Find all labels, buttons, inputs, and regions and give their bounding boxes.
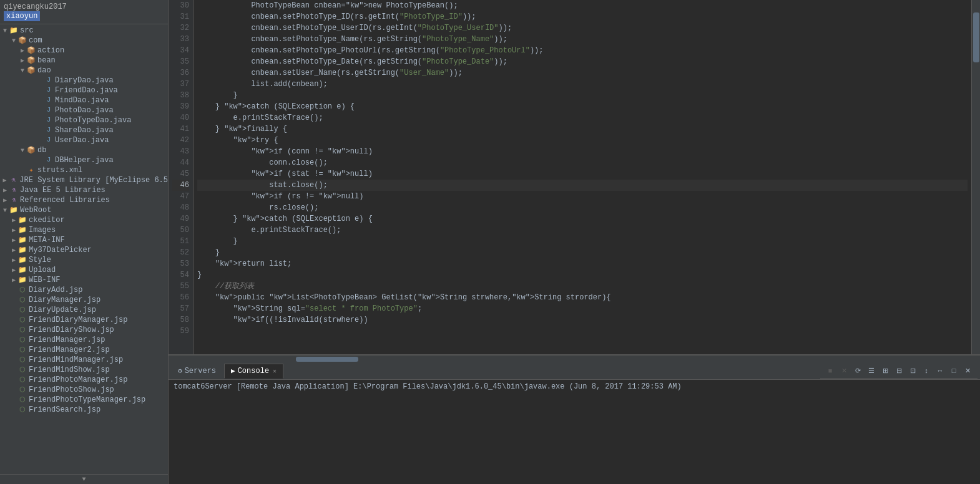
arrow-Images[interactable]: ▶ [10, 226, 17, 234]
sidebar-item-MindDao[interactable]: JMindDao.java [0, 95, 168, 105]
sidebar-item-ckeditor[interactable]: ▶📁ckeditor [0, 215, 168, 225]
arrow-WEB-INF[interactable]: ▶ [10, 276, 17, 284]
sidebar-item-META-INF[interactable]: ▶📁META-INF [0, 235, 168, 245]
maximize-button[interactable]: □ [948, 364, 960, 377]
icon-FriendMindShow: ⬡ [17, 365, 27, 374]
arrow-My37DatePicker[interactable]: ▶ [10, 246, 17, 254]
icon-FriendDiaryManager: ⬡ [17, 316, 27, 324]
toolbar-btn-8[interactable]: ↕ [920, 364, 933, 377]
sidebar-item-com[interactable]: ▼📦com [0, 36, 168, 46]
sidebar-item-FriendPhotoShow[interactable]: ⬡FriendPhotoShow.jsp [0, 385, 168, 395]
icon-bean: 📦 [26, 56, 36, 65]
icon-FriendManager: ⬡ [17, 336, 27, 344]
sidebar-item-FriendPhotoTypeManager[interactable]: ⬡FriendPhotoTypeManager.jsp [0, 395, 168, 405]
line-num-37: 37 [172, 79, 189, 90]
sidebar-item-Upload[interactable]: ▶📁Upload [0, 265, 168, 275]
arrow-JavaEE[interactable]: ▶ [1, 186, 9, 194]
toolbar-btn-6[interactable]: ⊟ [893, 364, 905, 377]
sidebar-item-UserDao[interactable]: JUserDao.java [0, 135, 168, 145]
sidebar-item-FriendMindManager[interactable]: ⬡FriendMindManager.jsp [0, 355, 168, 365]
icon-Images: 📁 [17, 226, 27, 235]
icon-db: 📦 [26, 146, 36, 155]
sidebar-item-struts[interactable]: ✦struts.xml [0, 165, 168, 175]
tab-console[interactable]: ▶ Console ✕ [224, 364, 283, 379]
label-JRE: JRE System Library [MyEclipse 6.5 [19, 176, 168, 185]
arrow-WebRoot[interactable]: ▼ [1, 207, 9, 214]
icon-FriendDao: J [44, 86, 54, 95]
sidebar-item-JavaEE[interactable]: ▶⚗Java EE 5 Libraries [0, 185, 168, 195]
arrow-RefLib[interactable]: ▶ [1, 196, 9, 204]
main-area: 3031323334353637383940414243444546474849… [169, 0, 980, 484]
console-icon: ▶ [231, 367, 235, 375]
sidebar-item-My37DatePicker[interactable]: ▶📁My37DatePicker [0, 245, 168, 255]
code-line-37: list.add(cnbean); [197, 79, 968, 90]
sidebar-item-dao[interactable]: ▼📦dao [0, 65, 168, 75]
arrow-JRE[interactable]: ▶ [1, 177, 8, 184]
sidebar-item-ShareDao[interactable]: JShareDao.java [0, 125, 168, 135]
arrow-action[interactable]: ▶ [19, 47, 26, 54]
sidebar-item-FriendDiaryManager[interactable]: ⬡FriendDiaryManager.jsp [0, 315, 168, 325]
sidebar-item-WebRoot[interactable]: ▼📁WebRoot [0, 205, 168, 215]
stop-button[interactable]: ■ [824, 364, 836, 377]
horizontal-scrollbar[interactable] [169, 355, 980, 362]
sidebar-item-src[interactable]: ▼📁src [0, 26, 168, 36]
arrow-com[interactable]: ▼ [10, 37, 17, 44]
sidebar-item-FriendManager2[interactable]: ⬡FriendManager2.jsp [0, 345, 168, 355]
arrow-Style[interactable]: ▶ [10, 256, 17, 264]
toolbar-btn-3[interactable]: ⟳ [851, 364, 864, 377]
sidebar-item-Images[interactable]: ▶📁Images [0, 225, 168, 235]
sidebar-item-DiaryManager[interactable]: ⬡DiaryManager.jsp [0, 295, 168, 305]
code-line-56: //获取列表 [197, 281, 968, 292]
icon-RefLib: ⚗ [9, 196, 19, 205]
sidebar-scroll-down[interactable]: ▼ [82, 476, 86, 483]
arrow-Upload[interactable]: ▶ [10, 266, 17, 274]
toolbar-btn-5[interactable]: ⊞ [879, 364, 891, 377]
icon-Upload: 📁 [17, 266, 27, 274]
sidebar-item-FriendMindShow[interactable]: ⬡FriendMindShow.jsp [0, 365, 168, 375]
sidebar-item-WEB-INF[interactable]: ▶📁WEB-INF [0, 275, 168, 285]
arrow-src[interactable]: ▼ [1, 27, 9, 34]
sidebar-item-DiaryAdd[interactable]: ⬡DiaryAdd.jsp [0, 285, 168, 295]
sidebar-item-JRE[interactable]: ▶⚗JRE System Library [MyEclipse 6.5 [0, 175, 168, 185]
sidebar-item-Style[interactable]: ▶📁Style [0, 255, 168, 265]
console-close-icon[interactable]: ✕ [273, 367, 277, 375]
toolbar-btn-4[interactable]: ☰ [865, 364, 878, 377]
code-line-42: "kw">try { [197, 135, 968, 146]
selected-item[interactable]: xiaoyun [4, 11, 40, 21]
sidebar-item-DiaryDao[interactable]: JDiaryDao.java [0, 75, 168, 85]
sidebar-item-PhotoTypeDao[interactable]: JPhotoTypeDao.java [0, 115, 168, 125]
sidebar-item-FriendManager[interactable]: ⬡FriendManager.jsp [0, 335, 168, 345]
scroll-thumb [973, 12, 979, 62]
right-scrollbar[interactable] [971, 0, 980, 354]
sidebar-item-DBHelper[interactable]: JDBHelper.java [0, 155, 168, 165]
arrow-db[interactable]: ▼ [19, 147, 26, 154]
label-FriendMindShow: FriendMindShow.jsp [29, 365, 110, 374]
sidebar-item-FriendDao[interactable]: JFriendDao.java [0, 85, 168, 95]
arrow-META-INF[interactable]: ▶ [10, 236, 17, 244]
close-panel-button[interactable]: ✕ [961, 364, 974, 377]
sidebar-item-PhotoDao[interactable]: JPhotoDao.java [0, 105, 168, 115]
sidebar-item-bean[interactable]: ▶📦bean [0, 56, 168, 65]
console-text: tomcat6Server [Remote Java Application] … [174, 382, 682, 391]
tab-servers[interactable]: ⚙ Servers [171, 364, 223, 379]
label-My37DatePicker: My37DatePicker [29, 246, 92, 254]
toolbar-btn-9[interactable]: ↔ [934, 364, 946, 377]
arrow-ckeditor[interactable]: ▶ [10, 216, 17, 224]
sidebar-item-FriendSearch[interactable]: ⬡FriendSearch.jsp [0, 405, 168, 415]
terminate-button[interactable]: ✕ [838, 364, 850, 377]
sidebar-item-FriendPhotoManager[interactable]: ⬡FriendPhotoManager.jsp [0, 375, 168, 385]
arrow-bean[interactable]: ▶ [19, 57, 26, 64]
arrow-dao[interactable]: ▼ [19, 67, 26, 74]
sidebar-item-action[interactable]: ▶📦action [0, 46, 168, 56]
code-content[interactable]: PhotoTypeBean cnbean="kw">new PhotoTypeB… [194, 0, 971, 354]
sidebar-item-db[interactable]: ▼📦db [0, 145, 168, 155]
code-line-38: } [197, 90, 968, 101]
label-FriendDiaryShow: FriendDiaryShow.jsp [29, 326, 114, 334]
code-line-44: conn.close(); [197, 157, 968, 168]
sidebar-item-DiaryUpdate[interactable]: ⬡DiaryUpdate.jsp [0, 305, 168, 315]
toolbar-btn-7[interactable]: ⊡ [906, 364, 919, 377]
sidebar-item-RefLib[interactable]: ▶⚗Referenced Libraries [0, 195, 168, 205]
line-num-43: 43 [172, 146, 189, 157]
icon-DBHelper: J [44, 156, 54, 165]
sidebar-item-FriendDiaryShow[interactable]: ⬡FriendDiaryShow.jsp [0, 325, 168, 335]
